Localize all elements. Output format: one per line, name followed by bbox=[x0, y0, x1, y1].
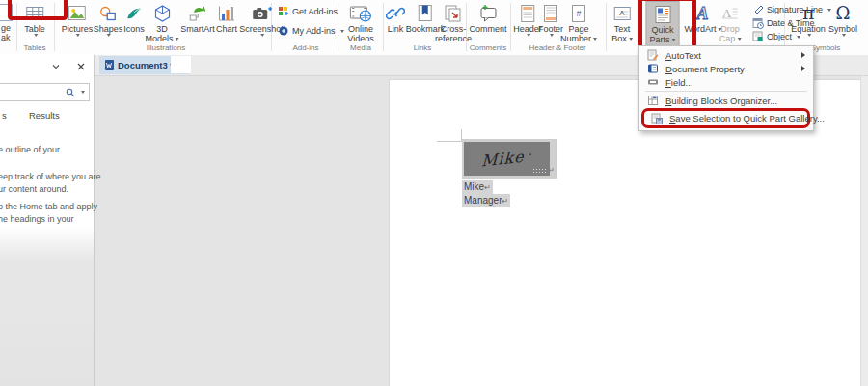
link-button[interactable]: Link bbox=[386, 3, 405, 34]
comment-button[interactable]: Comment bbox=[469, 3, 506, 34]
dropdown-caret-icon bbox=[34, 34, 38, 37]
save-selection-highlight-box: Save Selection to Quick Part Gallery... bbox=[641, 108, 810, 128]
text-box-icon: A bbox=[612, 3, 632, 24]
dropdown-caret-icon bbox=[593, 38, 597, 41]
word-window: ge ak Table Tables Pictures bbox=[0, 0, 868, 386]
shapes-button[interactable]: Shapes bbox=[94, 3, 123, 37]
field-icon bbox=[646, 76, 659, 88]
footer-icon bbox=[543, 3, 558, 24]
get-addins-button[interactable]: Get Add-ins bbox=[277, 6, 338, 17]
nav-tab-results[interactable]: Results bbox=[29, 110, 60, 121]
quick-parts-button[interactable]: Quick Parts bbox=[645, 1, 679, 46]
dropdown-caret-icon bbox=[527, 34, 530, 37]
drop-cap-icon: A bbox=[720, 3, 740, 24]
paragraph-mark: ↵ bbox=[502, 197, 508, 206]
new-document-tab-button[interactable] bbox=[171, 56, 191, 73]
group-label-media: Media bbox=[350, 43, 371, 52]
3d-models-button[interactable]: 3D Models bbox=[145, 3, 178, 43]
smartart-button[interactable]: SmartArt bbox=[180, 3, 215, 34]
svg-text:A: A bbox=[619, 9, 625, 17]
pictures-button[interactable]: Pictures bbox=[62, 3, 94, 37]
table-button[interactable]: Table bbox=[24, 3, 45, 37]
dropdown-caret-icon bbox=[807, 34, 811, 37]
shapes-icon bbox=[98, 3, 118, 24]
navigation-search-box[interactable] bbox=[0, 83, 90, 101]
cube-icon bbox=[152, 3, 172, 24]
chart-button[interactable]: Chart bbox=[216, 3, 237, 34]
document-text-line[interactable]: Mike↵ bbox=[462, 180, 493, 194]
paragraph-mark: ↵ bbox=[484, 183, 491, 192]
group-label-header-footer: Header & Footer bbox=[529, 43, 585, 52]
group-separator bbox=[606, 3, 607, 51]
group-separator bbox=[510, 3, 511, 51]
icons-button[interactable]: Icons bbox=[123, 3, 145, 34]
dropdown-caret-icon bbox=[340, 30, 344, 33]
pane-options-caret-icon[interactable] bbox=[52, 64, 60, 69]
dropdown-caret-icon bbox=[176, 38, 179, 41]
signature-image[interactable]: Mike · bbox=[464, 142, 550, 176]
table-icon bbox=[25, 3, 44, 24]
bird-icon bbox=[124, 3, 144, 24]
menu-item-building-blocks-organizer[interactable]: Building Blocks Organizer... bbox=[639, 94, 813, 107]
svg-text:Ω: Ω bbox=[836, 3, 851, 23]
dropdown-caret-icon bbox=[260, 34, 264, 37]
building-blocks-icon bbox=[646, 95, 659, 106]
document-property-icon bbox=[646, 63, 659, 74]
quick-parts-menu: AutoText Document Property Field... Buil… bbox=[638, 45, 814, 131]
pictures-icon bbox=[68, 3, 87, 24]
smartart-icon bbox=[188, 3, 207, 24]
text-box-button[interactable]: A Text Box bbox=[611, 3, 633, 43]
my-addins-button[interactable]: My Add-ins bbox=[277, 25, 344, 37]
bookmark-icon bbox=[418, 3, 433, 24]
group-label-tables: Tables bbox=[23, 43, 45, 52]
nav-pane-hint-text: he headings in your bbox=[0, 213, 74, 226]
svg-text:A: A bbox=[696, 4, 709, 23]
addin-icon bbox=[277, 25, 289, 37]
cross-reference-icon bbox=[444, 3, 463, 24]
group-label-symbols: Symbols bbox=[811, 43, 841, 52]
autotext-icon bbox=[646, 49, 659, 61]
search-icon bbox=[66, 88, 75, 97]
navigation-pane: s Results e outline of your eep track of… bbox=[0, 55, 95, 386]
comment-icon bbox=[478, 3, 498, 24]
chart-icon bbox=[217, 3, 236, 24]
object-icon bbox=[751, 31, 764, 42]
camera-icon bbox=[251, 3, 272, 24]
group-separator bbox=[16, 3, 17, 51]
pane-close-icon[interactable] bbox=[77, 63, 85, 70]
submenu-arrow-icon bbox=[801, 52, 805, 58]
menu-separator bbox=[645, 91, 807, 92]
menu-item-field[interactable]: Field... bbox=[639, 75, 813, 89]
page-break-button[interactable]: ge ak bbox=[1, 23, 11, 42]
date-time-icon bbox=[751, 17, 764, 29]
quick-parts-icon bbox=[654, 4, 671, 25]
omega-icon: Ω bbox=[833, 3, 853, 24]
signature-line-icon bbox=[751, 4, 764, 15]
group-label-comments: Comments bbox=[470, 43, 507, 52]
menu-item-autotext[interactable]: AutoText bbox=[639, 48, 813, 62]
page-number-icon: # bbox=[571, 3, 586, 24]
wordart-button[interactable]: A WordArt bbox=[685, 3, 722, 34]
word-doc-icon bbox=[105, 60, 114, 70]
dropdown-caret-icon bbox=[842, 34, 846, 37]
menu-item-save-selection[interactable]: Save Selection to Quick Part Gallery... bbox=[644, 111, 807, 125]
online-videos-button[interactable]: Online Videos bbox=[347, 3, 373, 43]
save-selection-icon bbox=[651, 113, 663, 124]
equation-button[interactable]: π Equation bbox=[791, 3, 826, 37]
search-options-caret-icon[interactable] bbox=[81, 91, 85, 94]
nav-pane-hint-text: eep track of where you are bbox=[0, 171, 101, 183]
scrollbar-gutter[interactable] bbox=[860, 75, 868, 386]
signature-handwriting: Mike bbox=[481, 148, 525, 171]
link-icon bbox=[386, 3, 405, 24]
nav-tab-partial[interactable]: s bbox=[2, 110, 7, 121]
menu-item-document-property[interactable]: Document Property bbox=[639, 62, 813, 75]
document-text-line[interactable]: Manager↵ bbox=[462, 194, 510, 207]
online-video-icon bbox=[349, 3, 372, 24]
symbol-button[interactable]: Ω Symbol bbox=[828, 3, 857, 37]
dropdown-caret-icon bbox=[107, 34, 111, 37]
dropdown-caret-icon bbox=[737, 38, 741, 41]
page-number-button[interactable]: # Page Number bbox=[560, 3, 597, 43]
store-icon bbox=[277, 6, 289, 17]
cross-reference-button[interactable]: Cross- reference bbox=[435, 3, 472, 43]
header-icon bbox=[520, 3, 535, 24]
